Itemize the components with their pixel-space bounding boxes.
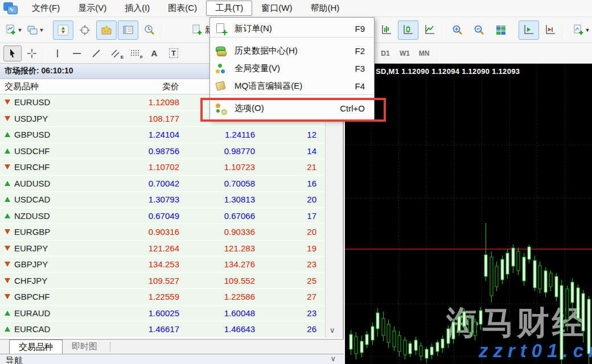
bid-value: 1.12098 [108, 97, 185, 107]
trend-arrow-icon [5, 197, 10, 202]
menu-item-shortcut: F4 [355, 81, 374, 91]
menu-item[interactable]: 新订单(N) F9 [210, 20, 374, 38]
menubar-item[interactable]: 图表(C) [159, 1, 206, 16]
zoom-in-icon [452, 24, 463, 36]
timeframes-toolbar: D1 W1 MN [376, 43, 443, 63]
spread-value: 16 [261, 179, 326, 188]
chart-shift-button[interactable] [540, 20, 561, 40]
menu-item[interactable]: 全局变量(V) F3 [210, 60, 374, 77]
ask-value: 0.67066 [185, 211, 261, 221]
bid-value: 121.264 [108, 243, 185, 253]
quote-row[interactable]: GBPUSD 1.24104 1.24116 12 [0, 127, 326, 143]
candlestick-type-button[interactable] [398, 20, 418, 40]
bid-value: 1.22559 [108, 292, 185, 301]
menubar-item[interactable]: 显示(V) [69, 1, 116, 16]
horizontal-line-icon [72, 48, 82, 59]
strategy-tester-icon [144, 24, 155, 36]
trend-arrow-icon [5, 229, 10, 234]
vertical-line-button[interactable] [48, 46, 67, 61]
navigator-button[interactable] [96, 20, 117, 40]
menubar-item[interactable]: 插入(I) [116, 1, 159, 16]
profiles-icon [27, 24, 38, 36]
column-header-bid[interactable]: 卖价 [108, 81, 185, 92]
spread-value: 27 [261, 292, 326, 301]
timeframe-button[interactable]: MN [414, 49, 434, 57]
highlight-annotation [200, 98, 386, 122]
bar-chart-type-button[interactable] [376, 20, 397, 40]
trend-arrow-icon [5, 132, 10, 137]
trend-arrow-icon [5, 148, 10, 154]
market-watch-button[interactable] [53, 20, 73, 40]
symbol-label: GBPJPY [14, 259, 48, 269]
trend-arrow-icon [5, 181, 10, 186]
collapse-icon[interactable]: ∨ [330, 354, 336, 363]
quote-row[interactable]: GBPCHF 1.22559 1.22586 27 [0, 289, 326, 305]
toolbar-separator [49, 22, 50, 38]
profiles-button[interactable]: ▼ [25, 20, 46, 40]
horizontal-line-button[interactable] [68, 46, 86, 61]
new-chart-button[interactable]: ▼ [3, 20, 24, 40]
quote-row[interactable]: EURAUD 1.60025 1.60048 23 [0, 305, 326, 322]
quote-row[interactable]: USDCHF 0.98756 0.98770 14 [0, 143, 326, 160]
menu-item[interactable]: 历史数据中心(H) F2 [210, 42, 374, 60]
bid-value: 109.527 [108, 276, 185, 286]
menubar-item[interactable]: 窗口(W) [252, 1, 301, 16]
line-chart-type-button[interactable] [420, 20, 440, 40]
zoom-out-button[interactable] [469, 20, 490, 40]
text-label-icon: T [169, 48, 178, 58]
ask-value: 1.46643 [185, 324, 261, 334]
quote-row[interactable]: USDCAD 1.30793 1.30813 20 [0, 192, 326, 208]
tile-windows-icon [495, 24, 507, 36]
spread-value: 21 [261, 162, 326, 172]
quote-row[interactable]: EURGBP 0.90316 0.90336 20 [0, 224, 326, 241]
tile-windows-button[interactable] [491, 20, 511, 40]
terminal-button[interactable] [118, 20, 138, 40]
trend-arrow-icon [5, 100, 10, 105]
ask-value: 1.22586 [185, 292, 261, 301]
quote-row[interactable]: EURCHF 1.10702 1.10723 21 [0, 159, 326, 176]
market-watch-tab[interactable]: 即时图 [63, 340, 106, 354]
spread-value: 20 [261, 195, 326, 204]
timeframe-button[interactable]: D1 [376, 49, 395, 57]
quote-row[interactable]: GBPJPY 134.253 134.276 23 [0, 257, 326, 273]
symbol-label: USDCHF [14, 146, 50, 156]
data-window-button[interactable] [75, 20, 95, 40]
quote-row[interactable]: CHFJPY 109.527 109.552 25 [0, 273, 326, 289]
tab-separator [110, 342, 110, 351]
trendline-button[interactable] [87, 46, 105, 61]
zoom-in-button[interactable] [447, 20, 468, 40]
menu-item-shortcut: F2 [355, 46, 374, 56]
navigator-panel-titlebar[interactable]: 导航 ∨ [0, 354, 344, 364]
mt4-window: ∿ 文件(F) 显示(V) 插入(I) 图表(C) 工具(T) 窗口(W) 帮助… [0, 0, 592, 364]
text-button[interactable]: A [145, 46, 163, 61]
market-watch-scrollbar[interactable]: ∨ [325, 94, 343, 338]
ask-value: 1.60048 [185, 308, 261, 318]
auto-scroll-button[interactable] [519, 20, 539, 40]
chevron-down-icon: ▼ [39, 27, 44, 33]
strategy-tester-button[interactable] [139, 20, 160, 40]
quote-row[interactable]: EURCAD 1.46617 1.46643 26 [0, 321, 326, 338]
bid-value: 1.60025 [108, 308, 185, 318]
column-header-symbol[interactable]: 交易品种 [0, 81, 108, 92]
quote-row[interactable]: EURJPY 121.264 121.283 19 [0, 241, 326, 257]
equidistant-channel-button[interactable]: E [106, 46, 125, 61]
menubar-item[interactable]: 工具(T) [206, 1, 252, 16]
timeframe-button[interactable]: W1 [395, 49, 414, 57]
quote-row[interactable]: AUDUSD 0.70042 0.70058 16 [0, 176, 326, 192]
indicators-button[interactable]: ▼ [568, 20, 592, 40]
trend-arrow-icon [5, 278, 10, 283]
text-label-button[interactable]: T [165, 46, 183, 61]
data-window-icon [79, 24, 91, 36]
quote-row[interactable]: NZDUSD 0.67049 0.67066 17 [0, 208, 326, 225]
scroll-down-icon[interactable]: ∨ [330, 326, 335, 334]
market-watch-tab[interactable]: 交易品种 [9, 340, 63, 354]
fibonacci-button[interactable]: F [126, 46, 144, 61]
chart-shift-icon [545, 24, 556, 36]
menu-item[interactable]: MQ语言编辑器(E) F4 [210, 77, 374, 95]
bid-value: 134.253 [108, 259, 185, 269]
cursor-button[interactable] [3, 46, 22, 61]
menubar-item[interactable]: 帮助(H) [301, 1, 348, 16]
crosshair-button[interactable] [23, 46, 41, 61]
menubar-item[interactable]: 文件(F) [23, 1, 69, 16]
bid-value: 1.10702 [108, 162, 185, 172]
